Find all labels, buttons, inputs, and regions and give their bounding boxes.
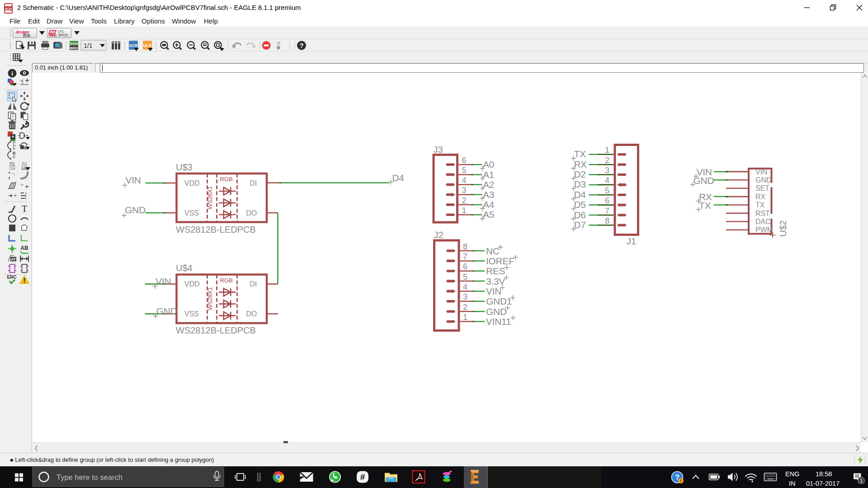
svg-text:WS2812B-LEDPCB: WS2812B-LEDPCB bbox=[176, 225, 256, 235]
svg-text:TX: TX bbox=[699, 200, 711, 211]
svg-text:+: + bbox=[11, 134, 14, 139]
svg-text:A5: A5 bbox=[483, 209, 494, 220]
svg-text:VIN11: VIN11 bbox=[486, 316, 511, 327]
svg-text:8: 8 bbox=[605, 216, 609, 225]
svg-text:7: 7 bbox=[463, 252, 467, 261]
svg-text:Type here to search: Type here to search bbox=[57, 473, 123, 481]
svg-text:SPICE: SPICE bbox=[58, 33, 68, 37]
svg-text:4: 4 bbox=[463, 282, 467, 291]
svg-text:RST: RST bbox=[755, 210, 770, 217]
svg-text:RES: RES bbox=[486, 266, 505, 276]
svg-text:A4: A4 bbox=[483, 199, 495, 210]
svg-text:AT: AT bbox=[11, 257, 16, 262]
svg-text:J2: J2 bbox=[434, 230, 443, 240]
svg-text:?: ? bbox=[299, 42, 303, 49]
svg-text:GND: GND bbox=[693, 175, 714, 186]
svg-text:A0: A0 bbox=[483, 159, 494, 169]
svg-text:18:58: 18:58 bbox=[816, 470, 832, 478]
svg-text:6: 6 bbox=[463, 262, 467, 271]
svg-text:2: 2 bbox=[462, 196, 467, 205]
svg-text:TX: TX bbox=[574, 149, 586, 159]
svg-text:A1: A1 bbox=[483, 169, 494, 180]
svg-text:D2: D2 bbox=[574, 169, 586, 179]
svg-text:LT: LT bbox=[51, 31, 55, 34]
svg-text:VIN: VIN bbox=[126, 175, 141, 185]
svg-text:IOREF: IOREF bbox=[486, 256, 514, 266]
svg-text:J1: J1 bbox=[627, 236, 636, 246]
svg-text:R2: R2 bbox=[10, 161, 15, 166]
svg-text:J3: J3 bbox=[434, 145, 443, 155]
svg-text:GND: GND bbox=[156, 306, 177, 316]
svg-text:5: 5 bbox=[462, 166, 467, 175]
svg-text:4: 4 bbox=[605, 176, 609, 185]
svg-text:D4: D4 bbox=[392, 173, 405, 183]
svg-text:LTC: LTC bbox=[58, 30, 64, 33]
svg-text:D6: D6 bbox=[574, 210, 586, 220]
svg-text:TX: TX bbox=[755, 201, 765, 209]
svg-text:GND: GND bbox=[755, 176, 772, 184]
svg-text:i: i bbox=[11, 70, 13, 77]
svg-text:SCH: SCH bbox=[70, 42, 78, 46]
svg-text:3.3V: 3.3V bbox=[486, 276, 505, 286]
svg-text:ERC: ERC bbox=[7, 275, 16, 280]
svg-text:1: 1 bbox=[860, 478, 863, 483]
svg-text:RX: RX bbox=[755, 193, 766, 201]
svg-text:T: T bbox=[22, 204, 27, 214]
svg-text:VIN: VIN bbox=[156, 276, 171, 286]
svg-text:SET: SET bbox=[755, 184, 769, 192]
svg-text:ENG: ENG bbox=[785, 470, 799, 478]
svg-text:VIN: VIN bbox=[755, 168, 768, 176]
svg-text:U$4: U$4 bbox=[176, 263, 193, 273]
svg-text:6: 6 bbox=[605, 196, 609, 205]
svg-text:D5: D5 bbox=[574, 199, 586, 210]
svg-text:5: 5 bbox=[463, 272, 467, 282]
svg-text:10k: 10k bbox=[21, 166, 28, 171]
svg-text:1: 1 bbox=[463, 313, 467, 322]
svg-text:GND: GND bbox=[125, 205, 146, 215]
svg-text:GND1: GND1 bbox=[486, 296, 512, 306]
svg-text:DAC: DAC bbox=[755, 218, 771, 225]
svg-text:#: # bbox=[360, 472, 365, 482]
svg-text:5: 5 bbox=[605, 186, 609, 195]
svg-text:01-07-2017: 01-07-2017 bbox=[806, 480, 840, 487]
svg-text:D3: D3 bbox=[574, 179, 586, 189]
svg-text:PWM: PWM bbox=[755, 226, 773, 234]
svg-text:SCH: SCH bbox=[5, 7, 12, 10]
svg-text:U$3: U$3 bbox=[176, 162, 193, 172]
svg-text:3: 3 bbox=[463, 292, 467, 301]
svg-text:4: 4 bbox=[462, 176, 467, 185]
svg-text:A2: A2 bbox=[483, 179, 494, 190]
svg-text:AB: AB bbox=[20, 245, 28, 251]
svg-text:+: + bbox=[23, 133, 26, 138]
svg-text:1: 1 bbox=[462, 206, 467, 215]
svg-text:D7: D7 bbox=[574, 220, 586, 230]
svg-text:GND: GND bbox=[486, 306, 507, 317]
svg-text:1: 1 bbox=[605, 145, 609, 155]
svg-text:6: 6 bbox=[462, 156, 467, 165]
svg-text:10k: 10k bbox=[9, 166, 15, 171]
svg-text:2: 2 bbox=[463, 303, 467, 312]
svg-text:BRD: BRD bbox=[70, 46, 78, 50]
svg-text:1/1: 1/1 bbox=[84, 42, 93, 49]
svg-text:A3: A3 bbox=[483, 189, 494, 200]
svg-text:U$2: U$2 bbox=[778, 220, 788, 237]
svg-text:7: 7 bbox=[605, 206, 609, 216]
svg-text:VIN: VIN bbox=[486, 286, 501, 296]
svg-text:NC: NC bbox=[486, 246, 500, 256]
svg-text:2: 2 bbox=[605, 156, 609, 165]
svg-text:R2: R2 bbox=[22, 161, 27, 166]
svg-text:8: 8 bbox=[463, 242, 467, 251]
svg-text:ULP: ULP bbox=[143, 43, 151, 48]
svg-text:WS2812B-LEDPCB: WS2812B-LEDPCB bbox=[176, 325, 256, 335]
svg-text:3: 3 bbox=[462, 186, 467, 195]
svg-text:RX: RX bbox=[574, 159, 587, 169]
svg-text:3: 3 bbox=[605, 166, 609, 175]
svg-text:IN: IN bbox=[789, 480, 796, 487]
svg-text:SCR: SCR bbox=[129, 43, 138, 48]
svg-text:D4: D4 bbox=[574, 189, 586, 200]
